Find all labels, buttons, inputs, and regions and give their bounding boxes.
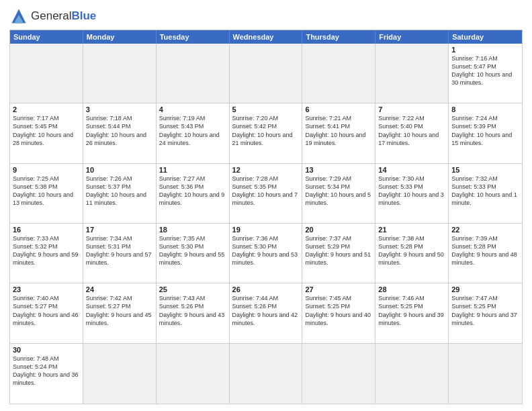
- cell-date-number: 22: [451, 226, 519, 234]
- cell-info: Sunrise: 7:27 AM Sunset: 5:36 PM Dayligh…: [159, 175, 226, 208]
- cell-info: Sunrise: 7:37 AM Sunset: 5:29 PM Dayligh…: [305, 234, 372, 267]
- cell-date-number: 28: [378, 285, 445, 293]
- calendar-cell-18: 18Sunrise: 7:35 AM Sunset: 5:30 PM Dayli…: [157, 224, 230, 283]
- calendar-cell-21: 21Sunrise: 7:38 AM Sunset: 5:28 PM Dayli…: [375, 224, 449, 283]
- cell-info: Sunrise: 7:48 AM Sunset: 5:24 PM Dayligh…: [13, 355, 80, 387]
- calendar-cell-1: 1Sunrise: 7:16 AM Sunset: 5:47 PM Daylig…: [449, 44, 522, 103]
- day-header-saturday: Saturday: [449, 30, 522, 44]
- calendar-cell-11: 11Sunrise: 7:27 AM Sunset: 5:36 PM Dayli…: [157, 164, 230, 224]
- calendar-cell-29: 29Sunrise: 7:47 AM Sunset: 5:25 PM Dayli…: [449, 283, 522, 343]
- cell-info: Sunrise: 7:40 AM Sunset: 5:27 PM Dayligh…: [13, 294, 80, 327]
- cell-date-number: 11: [159, 166, 226, 174]
- cell-date-number: 18: [159, 226, 226, 234]
- calendar-cell-5: 5Sunrise: 7:20 AM Sunset: 5:42 PM Daylig…: [230, 103, 303, 163]
- cell-info: Sunrise: 7:44 AM Sunset: 5:26 PM Dayligh…: [232, 294, 300, 327]
- calendar-cell-28: 28Sunrise: 7:46 AM Sunset: 5:25 PM Dayli…: [375, 283, 449, 343]
- calendar-cell-empty: [157, 344, 230, 404]
- cell-info: Sunrise: 7:22 AM Sunset: 5:40 PM Dayligh…: [378, 114, 445, 147]
- calendar-cell-empty: [302, 344, 375, 404]
- cell-info: Sunrise: 7:19 AM Sunset: 5:43 PM Dayligh…: [159, 114, 226, 147]
- cell-info: Sunrise: 7:46 AM Sunset: 5:25 PM Dayligh…: [378, 294, 445, 327]
- cell-info: Sunrise: 7:18 AM Sunset: 5:44 PM Dayligh…: [86, 114, 153, 147]
- calendar-cell-8: 8Sunrise: 7:24 AM Sunset: 5:39 PM Daylig…: [449, 103, 522, 163]
- calendar-cell-2: 2Sunrise: 7:17 AM Sunset: 5:45 PM Daylig…: [10, 103, 83, 163]
- calendar-cell-19: 19Sunrise: 7:36 AM Sunset: 5:30 PM Dayli…: [230, 224, 303, 283]
- day-headers: SundayMondayTuesdayWednesdayThursdayFrid…: [10, 30, 522, 44]
- cell-date-number: 4: [159, 105, 226, 113]
- cell-date-number: 19: [232, 226, 300, 234]
- calendar-cell-empty: [83, 44, 157, 103]
- logo: GeneralBlue: [9, 7, 96, 26]
- cell-date-number: 8: [451, 105, 519, 113]
- cell-date-number: 25: [159, 285, 226, 293]
- cell-date-number: 3: [86, 105, 153, 113]
- cell-info: Sunrise: 7:34 AM Sunset: 5:31 PM Dayligh…: [86, 234, 153, 267]
- cell-info: Sunrise: 7:17 AM Sunset: 5:45 PM Dayligh…: [13, 114, 80, 147]
- cell-date-number: 1: [451, 46, 519, 54]
- cell-date-number: 5: [232, 105, 300, 113]
- cell-date-number: 15: [451, 166, 519, 174]
- cell-info: Sunrise: 7:24 AM Sunset: 5:39 PM Dayligh…: [451, 114, 519, 147]
- calendar-cell-empty: [10, 44, 83, 103]
- cell-info: Sunrise: 7:38 AM Sunset: 5:28 PM Dayligh…: [378, 234, 445, 267]
- page: GeneralBlue SundayMondayTuesdayWednesday…: [0, 0, 532, 411]
- calendar-cell-empty: [230, 44, 303, 103]
- calendar-cell-27: 27Sunrise: 7:45 AM Sunset: 5:25 PM Dayli…: [302, 283, 375, 343]
- calendar-cell-15: 15Sunrise: 7:32 AM Sunset: 5:33 PM Dayli…: [449, 164, 522, 224]
- cell-date-number: 9: [13, 166, 80, 174]
- cell-info: Sunrise: 7:29 AM Sunset: 5:34 PM Dayligh…: [305, 175, 372, 208]
- calendar-cell-16: 16Sunrise: 7:33 AM Sunset: 5:32 PM Dayli…: [10, 224, 83, 283]
- cell-date-number: 27: [305, 285, 372, 293]
- cell-info: Sunrise: 7:36 AM Sunset: 5:30 PM Dayligh…: [232, 234, 300, 267]
- calendar-cell-12: 12Sunrise: 7:28 AM Sunset: 5:35 PM Dayli…: [230, 164, 303, 224]
- cell-date-number: 23: [13, 285, 80, 293]
- cell-info: Sunrise: 7:42 AM Sunset: 5:27 PM Dayligh…: [86, 294, 153, 327]
- day-header-friday: Friday: [375, 30, 449, 44]
- cell-date-number: 2: [13, 105, 80, 113]
- day-header-tuesday: Tuesday: [157, 30, 230, 44]
- cell-info: Sunrise: 7:39 AM Sunset: 5:28 PM Dayligh…: [451, 234, 519, 267]
- cell-info: Sunrise: 7:32 AM Sunset: 5:33 PM Dayligh…: [451, 175, 519, 208]
- calendar-cell-26: 26Sunrise: 7:44 AM Sunset: 5:26 PM Dayli…: [230, 283, 303, 343]
- cell-date-number: 12: [232, 166, 300, 174]
- day-header-wednesday: Wednesday: [230, 30, 303, 44]
- calendar-cell-empty: [375, 44, 449, 103]
- day-header-sunday: Sunday: [10, 30, 83, 44]
- calendar-grid: 1Sunrise: 7:16 AM Sunset: 5:47 PM Daylig…: [10, 44, 522, 404]
- cell-info: Sunrise: 7:16 AM Sunset: 5:47 PM Dayligh…: [451, 54, 519, 87]
- cell-date-number: 13: [305, 166, 372, 174]
- calendar-cell-13: 13Sunrise: 7:29 AM Sunset: 5:34 PM Dayli…: [302, 164, 375, 224]
- cell-info: Sunrise: 7:33 AM Sunset: 5:32 PM Dayligh…: [13, 234, 80, 267]
- calendar-cell-17: 17Sunrise: 7:34 AM Sunset: 5:31 PM Dayli…: [83, 224, 157, 283]
- calendar-cell-24: 24Sunrise: 7:42 AM Sunset: 5:27 PM Dayli…: [83, 283, 157, 343]
- day-header-thursday: Thursday: [302, 30, 375, 44]
- cell-info: Sunrise: 7:26 AM Sunset: 5:37 PM Dayligh…: [86, 175, 153, 208]
- cell-info: Sunrise: 7:35 AM Sunset: 5:30 PM Dayligh…: [159, 234, 226, 267]
- calendar-cell-22: 22Sunrise: 7:39 AM Sunset: 5:28 PM Dayli…: [449, 224, 522, 283]
- cell-info: Sunrise: 7:45 AM Sunset: 5:25 PM Dayligh…: [305, 294, 372, 327]
- cell-date-number: 7: [378, 105, 445, 113]
- cell-date-number: 20: [305, 226, 372, 234]
- calendar-cell-25: 25Sunrise: 7:43 AM Sunset: 5:26 PM Dayli…: [157, 283, 230, 343]
- cell-info: Sunrise: 7:30 AM Sunset: 5:33 PM Dayligh…: [378, 175, 445, 208]
- cell-info: Sunrise: 7:28 AM Sunset: 5:35 PM Dayligh…: [232, 175, 300, 208]
- calendar-cell-9: 9Sunrise: 7:25 AM Sunset: 5:38 PM Daylig…: [10, 164, 83, 224]
- logo-text: GeneralBlue: [31, 9, 96, 23]
- calendar-cell-4: 4Sunrise: 7:19 AM Sunset: 5:43 PM Daylig…: [157, 103, 230, 163]
- cell-date-number: 26: [232, 285, 300, 293]
- cell-date-number: 24: [86, 285, 153, 293]
- cell-date-number: 21: [378, 226, 445, 234]
- calendar-cell-empty: [449, 344, 522, 404]
- calendar-cell-23: 23Sunrise: 7:40 AM Sunset: 5:27 PM Dayli…: [10, 283, 83, 343]
- cell-info: Sunrise: 7:21 AM Sunset: 5:41 PM Dayligh…: [305, 114, 372, 147]
- calendar-cell-6: 6Sunrise: 7:21 AM Sunset: 5:41 PM Daylig…: [302, 103, 375, 163]
- logo-icon: [9, 7, 28, 26]
- calendar-cell-10: 10Sunrise: 7:26 AM Sunset: 5:37 PM Dayli…: [83, 164, 157, 224]
- cell-date-number: 6: [305, 105, 372, 113]
- cell-info: Sunrise: 7:20 AM Sunset: 5:42 PM Dayligh…: [232, 114, 300, 147]
- calendar-cell-14: 14Sunrise: 7:30 AM Sunset: 5:33 PM Dayli…: [375, 164, 449, 224]
- cell-date-number: 29: [451, 285, 519, 293]
- calendar-cell-3: 3Sunrise: 7:18 AM Sunset: 5:44 PM Daylig…: [83, 103, 157, 163]
- header: GeneralBlue: [9, 7, 523, 26]
- calendar-cell-7: 7Sunrise: 7:22 AM Sunset: 5:40 PM Daylig…: [375, 103, 449, 163]
